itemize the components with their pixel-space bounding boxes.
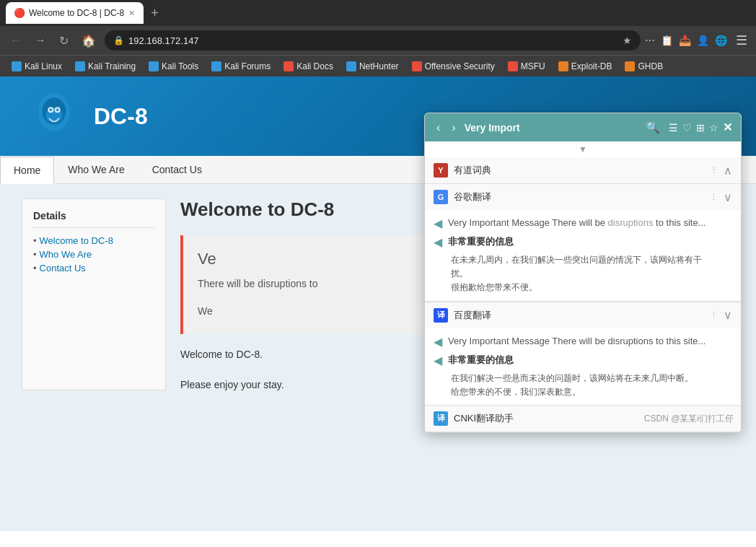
google-translation-body: ◀ Very Important Message There will be d…: [425, 210, 741, 301]
popup-menu-icon[interactable]: ☰: [669, 122, 678, 134]
google-original-row: ◀ Very Important Message There will be d…: [434, 216, 732, 230]
baidu-tts-original-button[interactable]: ◀: [434, 335, 442, 349]
kali-forums-favicon: [211, 61, 221, 71]
bookmark-ghdb-label: GHDB: [638, 61, 663, 71]
baidu-original-text: Very Important Message There will be dis…: [448, 334, 706, 349]
offensive-security-favicon: [412, 61, 422, 71]
popup-search-icon[interactable]: 🔍: [643, 119, 663, 136]
forward-button[interactable]: →: [30, 31, 50, 50]
bookmark-kali-linux[interactable]: Kali Linux: [6, 59, 68, 74]
active-tab[interactable]: 🔴 Welcome to DC-8 | DC-8 ✕: [6, 2, 144, 24]
bookmark-kali-forums-label: Kali Forums: [224, 61, 271, 71]
google-collapse-button[interactable]: ∨: [724, 191, 732, 204]
kali-tools-favicon: [149, 61, 159, 71]
back-button[interactable]: ←: [6, 31, 26, 50]
baidu-translation-body: ◀ Very Important Message There will be d…: [425, 328, 741, 405]
baidu-section-name: 百度翻译: [454, 309, 704, 322]
bookmark-kali-training-label: Kali Training: [88, 61, 136, 71]
pocket-icon[interactable]: 📥: [679, 35, 691, 46]
website-content: DC-8 Home Who We Are Contact Us Details …: [0, 76, 756, 531]
google-tts-chinese-button[interactable]: ◀: [434, 235, 442, 249]
youdao-section: Y 有道词典 ⋮ ∧: [425, 157, 741, 184]
baidu-chinese-row: ◀ 非常重要的信息: [434, 353, 732, 367]
bookmark-kali-tools-label: Kali Tools: [162, 61, 198, 71]
bookmark-offensive-security[interactable]: Offensive Security: [406, 59, 501, 74]
nav-item-who-we-are[interactable]: Who We Are: [54, 156, 138, 183]
google-more-icon[interactable]: ⋮: [710, 193, 718, 202]
kali-docs-favicon: [284, 61, 294, 71]
popup-scroll-hint: ▼: [425, 141, 741, 157]
nav-item-home[interactable]: Home: [0, 157, 54, 184]
bookmark-nethunter[interactable]: NetHunter: [340, 59, 405, 74]
popup-back-button[interactable]: ‹: [434, 120, 443, 136]
home-button[interactable]: 🏠: [77, 31, 100, 51]
sidebar-link-contact-us[interactable]: Contact Us: [33, 263, 154, 274]
youdao-more-icon[interactable]: ⋮: [710, 166, 718, 175]
translation-popup: ‹ › Very Import 🔍 ☰ ♡ ⊞ ☆ ✕ ▼ Y 有道词典 ⋮: [424, 113, 742, 433]
watermark-text: CSDN @某某i们打工仔: [644, 413, 734, 425]
baidu-more-icon[interactable]: ⋮: [710, 310, 718, 320]
extensions-icon[interactable]: ⋯: [645, 35, 655, 46]
bookmark-msfu-label: MSFU: [521, 61, 545, 71]
exploit-db-favicon: [558, 61, 568, 71]
nav-item-contact-us[interactable]: Contact Us: [139, 156, 216, 183]
refresh-button[interactable]: ↻: [55, 31, 73, 51]
bookmark-ghdb[interactable]: GHDB: [619, 59, 669, 74]
popup-header: ‹ › Very Import 🔍 ☰ ♡ ⊞ ☆ ✕: [425, 113, 741, 141]
bookmark-kali-training[interactable]: Kali Training: [69, 59, 141, 74]
tab-title: Welcome to DC-8 | DC-8: [29, 8, 124, 18]
browser-menu-button[interactable]: ☰: [733, 32, 750, 48]
youdao-section-name: 有道词典: [454, 164, 704, 177]
bookmark-kali-linux-label: Kali Linux: [25, 61, 62, 71]
bookmark-offensive-security-label: Offensive Security: [425, 61, 495, 71]
popup-heart-icon[interactable]: ♡: [682, 122, 692, 134]
baidu-section-header: 译 百度翻译 ⋮ ∨: [425, 302, 741, 328]
msfu-favicon: [508, 61, 518, 71]
new-tab-button[interactable]: +: [146, 6, 163, 21]
bookmark-nethunter-label: NetHunter: [359, 61, 399, 71]
baidu-tts-chinese-button[interactable]: ◀: [434, 354, 442, 367]
youdao-collapse-button[interactable]: ∧: [724, 164, 732, 178]
google-chinese-row: ◀ 非常重要的信息: [434, 235, 732, 249]
tab-close-button[interactable]: ✕: [128, 9, 135, 18]
profile-icon[interactable]: 👤: [697, 35, 709, 46]
kali-linux-favicon: [12, 61, 22, 71]
baidu-collapse-button[interactable]: ∨: [724, 308, 732, 322]
popup-action-icons: ☰ ♡ ⊞ ☆ ✕: [669, 121, 732, 134]
google-tts-original-button[interactable]: ◀: [434, 216, 442, 230]
drupal-logo: [29, 91, 79, 141]
translate-icon[interactable]: 🌐: [715, 35, 727, 46]
bookmark-exploit-db-label: Exploit-DB: [571, 61, 612, 71]
google-chinese-title: 非常重要的信息: [448, 235, 514, 249]
youdao-section-header: Y 有道词典 ⋮ ∧: [425, 157, 741, 183]
reading-list-icon[interactable]: 📋: [661, 35, 673, 46]
sidebar-link-who-we-are[interactable]: Who We Are: [33, 249, 154, 260]
popup-title: Very Import: [465, 122, 637, 134]
ghdb-favicon: [625, 61, 635, 71]
tab-favicon: 🔴: [14, 8, 25, 18]
bookmark-msfu[interactable]: MSFU: [502, 59, 551, 74]
address-bar[interactable]: 🔒 192.168.172.147 ★: [105, 30, 641, 51]
popup-forward-button[interactable]: ›: [449, 120, 458, 136]
bookmark-kali-tools[interactable]: Kali Tools: [143, 59, 204, 74]
bookmark-kali-docs-label: Kali Docs: [296, 61, 333, 71]
bookmark-kali-docs[interactable]: Kali Docs: [278, 59, 339, 74]
svg-point-6: [56, 109, 59, 112]
kali-training-favicon: [75, 61, 85, 71]
popup-star-icon[interactable]: ☆: [709, 122, 718, 134]
browser-window: 🔴 Welcome to DC-8 | DC-8 ✕ + ← → ↻ 🏠 🔒 1…: [0, 0, 756, 531]
sidebar: Details Welcome to DC-8 Who We Are Conta…: [22, 198, 166, 390]
address-text: 192.168.172.147: [128, 35, 618, 46]
youdao-logo: Y: [434, 163, 448, 178]
baidu-section: 译 百度翻译 ⋮ ∨ ◀ Very Important Message Ther…: [425, 302, 741, 406]
baidu-original-row: ◀ Very Important Message There will be d…: [434, 334, 732, 349]
popup-pin-icon[interactable]: ⊞: [696, 122, 705, 134]
lock-icon: 🔒: [113, 35, 124, 45]
google-logo: G: [434, 190, 448, 204]
bookmark-exploit-db[interactable]: Exploit-DB: [553, 59, 618, 74]
bookmark-star-icon[interactable]: ★: [623, 35, 632, 46]
bookmark-kali-forums[interactable]: Kali Forums: [206, 59, 276, 74]
popup-close-button[interactable]: ✕: [723, 121, 732, 134]
site-title: DC-8: [94, 103, 148, 130]
sidebar-link-welcome[interactable]: Welcome to DC-8: [33, 235, 154, 246]
